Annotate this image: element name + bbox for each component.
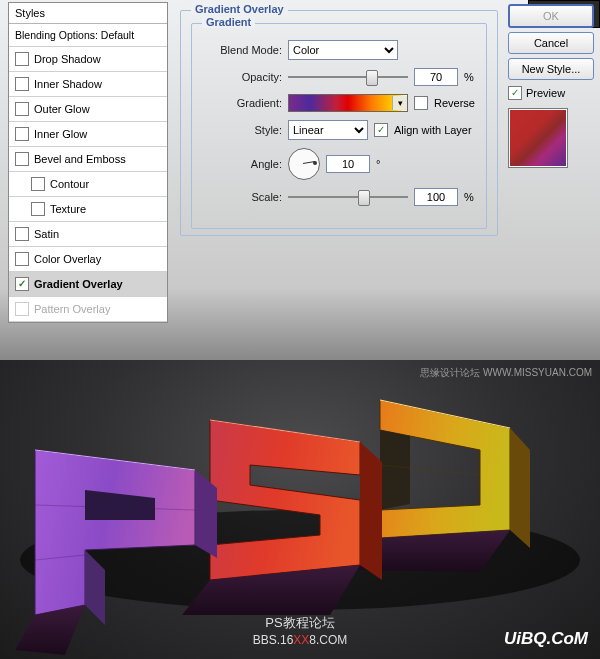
style-inner-glow[interactable]: Inner Glow <box>9 122 167 147</box>
style-outer-glow[interactable]: Outer Glow <box>9 97 167 122</box>
gradient-label: Gradient: <box>202 97 282 109</box>
uibq-watermark: UiBQ.CoM <box>504 629 588 649</box>
blend-mode-label: Blend Mode: <box>202 44 282 56</box>
style-inner-shadow[interactable]: Inner Shadow <box>9 72 167 97</box>
svg-marker-2 <box>380 430 410 510</box>
styles-header[interactable]: Styles <box>9 3 167 24</box>
checkbox-icon[interactable] <box>15 127 29 141</box>
psd-render-preview: 思缘设计论坛 WWW.MISSYUAN.COM <box>0 360 600 659</box>
style-pattern-overlay[interactable]: Pattern Overlay <box>9 297 167 322</box>
scale-value[interactable]: 100 <box>414 188 458 206</box>
style-bevel-emboss[interactable]: Bevel and Emboss <box>9 147 167 172</box>
styles-list-panel: Styles Blending Options: Default Drop Sh… <box>8 2 168 323</box>
style-drop-shadow[interactable]: Drop Shadow <box>9 47 167 72</box>
checkbox-icon[interactable] <box>15 252 29 266</box>
checkbox-icon[interactable] <box>15 102 29 116</box>
style-satin[interactable]: Satin <box>9 222 167 247</box>
checkbox-icon[interactable] <box>15 152 29 166</box>
inner-title: Gradient <box>202 16 255 28</box>
blend-mode-select[interactable]: Color <box>288 40 398 60</box>
style-color-overlay[interactable]: Color Overlay <box>9 247 167 272</box>
cancel-button[interactable]: Cancel <box>508 32 594 54</box>
style-blending-options[interactable]: Blending Options: Default <box>9 24 167 47</box>
style-gradient-overlay[interactable]: ✓Gradient Overlay <box>9 272 167 297</box>
opacity-slider[interactable] <box>288 70 408 84</box>
checkbox-icon[interactable]: ✓ <box>15 277 29 291</box>
gradient-overlay-panel: Gradient Overlay Gradient Blend Mode: Co… <box>180 4 498 236</box>
checkbox-icon[interactable] <box>31 202 45 216</box>
chevron-down-icon[interactable]: ▾ <box>392 96 407 110</box>
style-select[interactable]: Linear <box>288 120 368 140</box>
align-label: Align with Layer <box>394 124 472 136</box>
preview-checkbox[interactable]: ✓ <box>508 86 522 100</box>
checkbox-icon[interactable] <box>15 77 29 91</box>
reverse-label: Reverse <box>434 97 475 109</box>
preview-swatch <box>508 108 568 168</box>
ok-button[interactable]: OK <box>508 4 594 28</box>
angle-label: Angle: <box>202 158 282 170</box>
checkbox-icon[interactable] <box>15 52 29 66</box>
angle-dial[interactable] <box>288 148 320 180</box>
svg-marker-9 <box>360 442 382 580</box>
svg-marker-4 <box>510 428 530 548</box>
footer-watermark: PS教程论坛 BBS.16XX8.COM <box>253 614 348 649</box>
section-title: Gradient Overlay <box>191 3 288 15</box>
checkbox-icon[interactable] <box>15 302 29 316</box>
checkbox-icon[interactable] <box>15 227 29 241</box>
dialog-buttons: OK Cancel New Style... ✓ Preview <box>508 0 594 168</box>
layer-style-dialog: 网页教学网 WWW.WEBJX.COM Styles Blending Opti… <box>0 0 600 360</box>
new-style-button[interactable]: New Style... <box>508 58 594 80</box>
svg-marker-13 <box>15 605 85 655</box>
scale-label: Scale: <box>202 191 282 203</box>
gradient-picker[interactable]: ▾ <box>288 94 408 112</box>
checkbox-icon[interactable] <box>31 177 45 191</box>
svg-marker-7 <box>210 420 360 580</box>
opacity-label: Opacity: <box>202 71 282 83</box>
style-contour[interactable]: Contour <box>9 172 167 197</box>
style-label: Style: <box>202 124 282 136</box>
preview-label: Preview <box>526 87 565 99</box>
scale-slider[interactable] <box>288 190 408 204</box>
reverse-checkbox[interactable] <box>414 96 428 110</box>
opacity-value[interactable]: 70 <box>414 68 458 86</box>
angle-value[interactable]: 10 <box>326 155 370 173</box>
align-checkbox[interactable]: ✓ <box>374 123 388 137</box>
style-texture[interactable]: Texture <box>9 197 167 222</box>
